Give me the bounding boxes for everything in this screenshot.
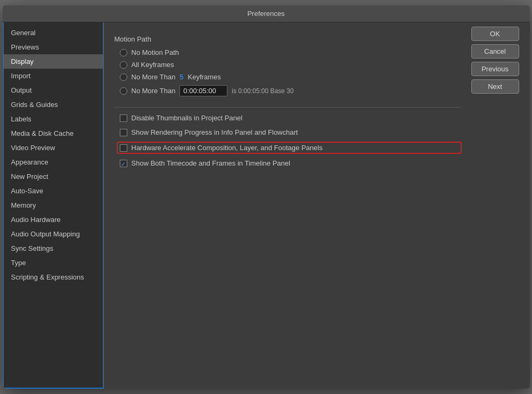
radio-no-more-than-time[interactable]	[120, 87, 127, 95]
radio-row-all-keyframes: All Keyframes	[120, 61, 461, 69]
sidebar: GeneralPreviewsDisplayImportOutputGrids …	[3, 22, 104, 389]
checkbox-show-timecode[interactable]	[120, 160, 127, 167]
checkbox-show-rendering[interactable]	[120, 129, 127, 136]
checkbox-row-show-rendering: Show Rendering Progress in Info Panel an…	[120, 128, 461, 136]
timecode-info: is 0:00:05:00 Base 30	[232, 87, 293, 95]
radio-label-all-keyframes: All Keyframes	[132, 61, 174, 69]
sidebar-item-appearance[interactable]: Appearance	[4, 155, 103, 169]
buttons-panel: OK Cancel Previous Next	[471, 27, 519, 94]
checkbox-row-show-timecode: Show Both Timecode and Frames in Timelin…	[120, 159, 461, 167]
sidebar-item-type[interactable]: Type	[4, 256, 103, 270]
checkbox-hardware-accelerate[interactable]	[120, 144, 127, 152]
sidebar-item-auto-save[interactable]: Auto-Save	[4, 184, 103, 198]
checkbox-group: Disable Thumbnails in Project Panel Show…	[120, 114, 461, 167]
sidebar-item-sync-settings[interactable]: Sync Settings	[4, 241, 103, 256]
sidebar-item-media-disk-cache[interactable]: Media & Disk Cache	[4, 126, 103, 141]
sidebar-item-scripting-expressions[interactable]: Scripting & Expressions	[4, 270, 103, 284]
sidebar-item-previews[interactable]: Previews	[4, 40, 103, 54]
checkbox-label-hardware-accelerate: Hardware Accelerate Composition, Layer, …	[132, 144, 323, 152]
checkbox-label-disable-thumbnails: Disable Thumbnails in Project Panel	[132, 114, 243, 122]
radio-no-more-than-kf[interactable]	[120, 73, 127, 81]
sidebar-item-general[interactable]: General	[4, 26, 103, 40]
sidebar-item-labels[interactable]: Labels	[4, 112, 103, 126]
sidebar-item-grids-guides[interactable]: Grids & Guides	[4, 97, 103, 112]
ok-button[interactable]: OK	[471, 27, 519, 41]
sidebar-item-new-project[interactable]: New Project	[4, 169, 103, 184]
motion-path-label: Motion Path	[114, 35, 461, 43]
title-bar: Preferences	[3, 5, 530, 22]
sidebar-item-memory[interactable]: Memory	[4, 198, 103, 212]
sidebar-item-audio-output-mapping[interactable]: Audio Output Mapping	[4, 227, 103, 241]
next-button[interactable]: Next	[471, 79, 519, 94]
window-title: Preferences	[247, 10, 284, 18]
keyframes-suffix: Keyframes	[188, 73, 221, 81]
sidebar-item-display[interactable]: Display	[4, 54, 103, 69]
radio-label-no-more-than-kf: No More Than	[132, 73, 176, 81]
main-content: Motion Path No Motion Path All Keyframes	[104, 22, 530, 389]
checkbox-row-hardware-accelerate: Hardware Accelerate Composition, Layer, …	[118, 143, 461, 153]
radio-label-no-motion-path: No Motion Path	[132, 48, 179, 56]
sidebar-item-output[interactable]: Output	[4, 83, 103, 97]
radio-no-motion-path[interactable]	[120, 49, 127, 56]
sidebar-item-import[interactable]: Import	[4, 69, 103, 83]
checkbox-label-show-rendering: Show Rendering Progress in Info Panel an…	[132, 128, 298, 136]
radio-label-no-more-than-time: No More Than	[132, 87, 176, 95]
divider	[114, 107, 461, 108]
checkbox-disable-thumbnails[interactable]	[120, 114, 127, 122]
previous-button[interactable]: Previous	[471, 62, 519, 76]
sidebar-item-audio-hardware[interactable]: Audio Hardware	[4, 212, 103, 227]
settings-area: Motion Path No Motion Path All Keyframes	[114, 33, 519, 378]
motion-path-options: No Motion Path All Keyframes No More Tha…	[120, 48, 461, 96]
cancel-button[interactable]: Cancel	[471, 44, 519, 59]
sidebar-item-video-preview[interactable]: Video Preview	[4, 141, 103, 155]
radio-row-no-motion-path: No Motion Path	[120, 48, 461, 56]
radio-row-no-more-than-time: No More Than is 0:00:05:00 Base 30	[120, 85, 461, 96]
timecode-input[interactable]	[179, 85, 227, 96]
checkbox-label-show-timecode: Show Both Timecode and Frames in Timelin…	[132, 159, 290, 167]
keyframe-value: 5	[179, 73, 183, 81]
radio-row-no-more-than-kf: No More Than 5 Keyframes	[120, 73, 461, 81]
checkbox-row-disable-thumbnails: Disable Thumbnails in Project Panel	[120, 114, 461, 122]
radio-all-keyframes[interactable]	[120, 61, 127, 69]
